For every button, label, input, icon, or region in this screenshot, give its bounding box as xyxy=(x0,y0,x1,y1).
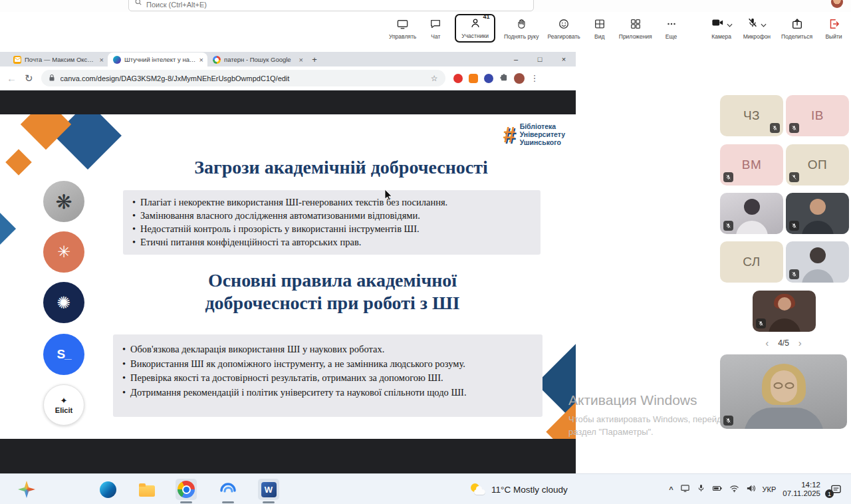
page-next-icon[interactable]: › xyxy=(798,338,802,348)
raise-hand-button[interactable]: Поднять руку xyxy=(504,17,539,40)
tab-close-icon[interactable]: × xyxy=(100,56,104,64)
bullet-item: Етичні питання конфіденційності та автор… xyxy=(131,235,533,249)
browser-tab-google[interactable]: патерн - Пошук Google × xyxy=(207,53,307,66)
silhouette-art xyxy=(802,221,834,234)
share-icon xyxy=(791,17,803,31)
minimize-button[interactable]: – xyxy=(504,52,528,66)
participant-video-tile[interactable] xyxy=(786,193,849,234)
chat-button[interactable]: Чат xyxy=(425,17,446,40)
taskbar-weather[interactable]: 11°C Mostly cloudy xyxy=(465,474,573,504)
url-text: canva.com/design/DAG3KSM2g-8/JxMymNEhErU… xyxy=(61,74,426,82)
share-button[interactable]: Поделиться xyxy=(781,17,812,40)
mic-muted-icon xyxy=(723,221,733,231)
edge-button[interactable] xyxy=(97,479,118,500)
user-avatar[interactable] xyxy=(831,0,843,8)
taskbar-clock[interactable]: 14:12 07.11.2025 xyxy=(783,481,820,498)
extension-icon-red[interactable] xyxy=(453,74,463,83)
mic-muted-icon xyxy=(789,269,799,279)
participant-video-tile[interactable] xyxy=(786,241,849,283)
meeting-app-icon xyxy=(219,479,237,499)
view-icon xyxy=(594,17,606,31)
bullet-item: Недостатній контроль і прозорість у вико… xyxy=(131,222,533,235)
close-button[interactable]: × xyxy=(552,52,576,66)
more-button[interactable]: Еще xyxy=(661,17,682,40)
camera-button[interactable]: Камера xyxy=(711,17,733,40)
browser-tab-mail[interactable]: Почта — Максим Оксана Ана × xyxy=(8,53,108,66)
url-field[interactable]: canva.com/design/DAG3KSM2g-8/JxMymNEhErU… xyxy=(41,70,445,86)
participant-tile[interactable]: ЧЗ xyxy=(720,95,783,136)
tab-close-icon[interactable]: × xyxy=(299,56,303,64)
site-lock-icon[interactable] xyxy=(49,72,55,84)
browser-profile-avatar[interactable] xyxy=(514,73,525,84)
silhouette-art xyxy=(778,297,791,311)
participant-tile[interactable]: ВМ xyxy=(720,144,783,186)
notification-center[interactable]: 1 xyxy=(827,484,844,495)
view-label: Вид xyxy=(594,33,604,40)
browser-menu-icon[interactable]: ⋮ xyxy=(531,73,539,83)
manage-button[interactable]: Управлять xyxy=(389,17,416,40)
view-button[interactable]: Вид xyxy=(589,17,610,40)
consensus-glyph: ✺ xyxy=(57,293,71,313)
back-icon[interactable]: ← xyxy=(7,72,17,84)
browser-tab-canva[interactable]: Штучний інтелект у науковій × xyxy=(108,53,207,66)
bullet-item: Обов'язкова декларація використання ШІ у… xyxy=(121,342,535,357)
microphone-dropdown-icon[interactable] xyxy=(761,18,767,30)
react-button[interactable]: Реагировать xyxy=(547,17,580,40)
volume-icon[interactable] xyxy=(746,483,756,495)
silhouette-art xyxy=(769,318,800,332)
language-indicator[interactable]: УКР xyxy=(763,485,777,493)
widgets-button[interactable] xyxy=(16,479,37,500)
word-button[interactable]: W xyxy=(258,479,279,500)
mic-muted-icon xyxy=(789,172,799,182)
extensions-puzzle-icon[interactable] xyxy=(499,72,508,84)
google-favicon xyxy=(213,56,221,64)
wifi-icon[interactable] xyxy=(729,483,739,495)
microphone-button[interactable]: Микрофон xyxy=(743,17,771,40)
extension-icon-blue[interactable] xyxy=(484,74,493,83)
camera-label: Камера xyxy=(711,33,731,40)
battery-icon[interactable] xyxy=(712,483,723,495)
hidden-icons-chevron[interactable]: ^ xyxy=(669,485,673,493)
camera-dropdown-icon[interactable] xyxy=(727,18,733,30)
page-prev-icon[interactable]: ‹ xyxy=(765,338,769,348)
microphone-label: Микрофон xyxy=(743,33,771,40)
file-explorer-button[interactable] xyxy=(136,479,158,500)
more-icon xyxy=(666,17,677,31)
refresh-icon[interactable]: ↻ xyxy=(25,72,33,84)
meeting-search[interactable] xyxy=(128,0,534,11)
window-controls: – □ × xyxy=(504,52,576,66)
react-label: Реагировать xyxy=(547,33,580,40)
speaker-video-tile[interactable] xyxy=(720,354,847,429)
threats-list-box: Плагіат і некоректне використання ШІ-ген… xyxy=(123,190,541,255)
meeting-window: Управлять Чат 41 Участники Поднять руку … xyxy=(0,0,851,504)
apps-button[interactable]: Приложения xyxy=(619,17,652,40)
leave-button[interactable]: Выйти xyxy=(823,17,844,40)
participant-video-tile[interactable] xyxy=(720,193,783,234)
bullet-item: Дотримання рекомендацій і політик універ… xyxy=(121,386,535,400)
search-input[interactable] xyxy=(146,1,528,9)
chrome-button[interactable] xyxy=(176,479,197,500)
silhouette-art xyxy=(810,247,826,263)
bookmark-star-icon[interactable]: ☆ xyxy=(431,74,438,83)
silhouette-art xyxy=(736,221,768,234)
slide-title-threats: Загрози академічній доброчесності xyxy=(102,157,576,178)
extension-icon-orange[interactable] xyxy=(469,74,478,83)
participants-button[interactable]: 41 Участники xyxy=(455,14,495,43)
search-icon xyxy=(134,0,142,9)
maximize-button[interactable]: □ xyxy=(528,52,552,66)
meeting-app-button[interactable] xyxy=(217,479,239,500)
participant-video-tile[interactable] xyxy=(753,291,816,332)
display-icon[interactable] xyxy=(680,483,690,496)
new-tab-button[interactable]: + xyxy=(307,53,322,66)
rules-list-box: Обов'язкова декларація використання ШІ у… xyxy=(113,334,543,417)
bullet-item: Замінювання власного дослідження автомат… xyxy=(131,209,533,222)
mic-muted-icon xyxy=(789,221,799,231)
tab-close-icon[interactable]: × xyxy=(199,56,203,64)
participant-tile[interactable]: СЛ xyxy=(720,241,783,283)
participant-tile[interactable]: ОП xyxy=(786,144,849,186)
slide-title-rules: Основні правила академічної доброчесност… xyxy=(160,269,505,315)
mic-tray-icon[interactable] xyxy=(697,483,705,495)
openai-glyph: ❋ xyxy=(55,190,72,213)
camera-icon xyxy=(711,17,725,31)
participant-tile[interactable]: ІВ xyxy=(786,95,849,136)
